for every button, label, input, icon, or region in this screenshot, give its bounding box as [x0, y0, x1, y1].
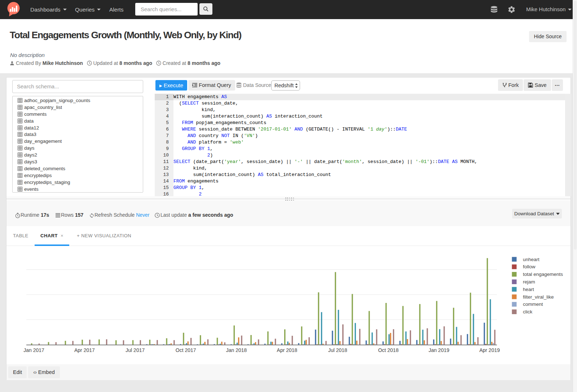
svg-text:follow: follow	[523, 264, 536, 269]
svg-text:Jan 2018: Jan 2018	[226, 347, 247, 353]
svg-text:unheart: unheart	[523, 257, 539, 262]
svg-text:Jul 2018: Jul 2018	[328, 347, 347, 353]
svg-text:Oct 2018: Oct 2018	[378, 347, 398, 353]
svg-text:Oct 2017: Oct 2017	[176, 347, 196, 353]
svg-text:comment: comment	[523, 301, 543, 307]
svg-text:total engagements: total engagements	[523, 272, 563, 277]
svg-text:Apr 2018: Apr 2018	[277, 347, 298, 353]
svg-text:filter_viral_like: filter_viral_like	[523, 294, 554, 300]
svg-text:Apr 2019: Apr 2019	[479, 347, 500, 353]
svg-text:Apr 2017: Apr 2017	[74, 347, 95, 353]
svg-text:Jul 2017: Jul 2017	[125, 347, 145, 353]
svg-text:Jan 2019: Jan 2019	[428, 347, 449, 353]
svg-text:rejam: rejam	[523, 279, 535, 285]
svg-text:Jan 2017: Jan 2017	[23, 347, 44, 353]
svg-text:click: click	[523, 309, 532, 314]
svg-text:heart: heart	[523, 287, 534, 292]
